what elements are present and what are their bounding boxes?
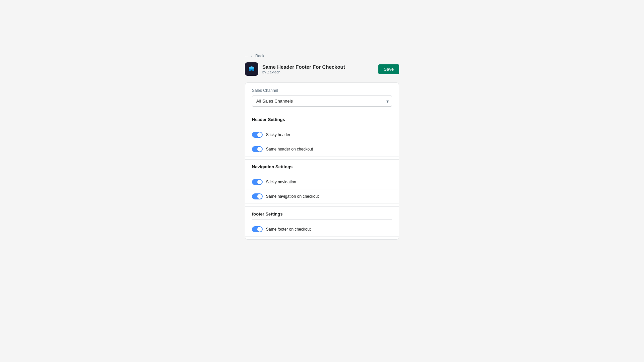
page-wrapper: ← ← Back Same Header Footer For Checkout…: [0, 0, 644, 273]
app-info: Same Header Footer For Checkout by Zaxte…: [262, 64, 345, 74]
same-header-checkout-toggle[interactable]: [252, 146, 263, 152]
back-arrow-icon: ←: [245, 54, 249, 58]
app-subtitle: by Zaxtech: [262, 70, 345, 74]
sales-channel-section: Sales Channel All Sales Channels Online …: [245, 83, 399, 112]
same-footer-checkout-row: Same footer on checkout: [245, 222, 399, 237]
app-icon-inner: [248, 65, 256, 73]
same-navigation-checkout-toggle[interactable]: [252, 193, 263, 199]
content-area: Sales Channel All Sales Channels Online …: [245, 82, 399, 240]
sticky-header-thumb: [257, 132, 262, 137]
back-link[interactable]: ← ← Back: [245, 54, 264, 58]
same-footer-checkout-thumb: [257, 227, 262, 232]
sticky-header-row: Sticky header: [245, 128, 399, 142]
sticky-header-label: Sticky header: [266, 132, 290, 137]
same-navigation-checkout-row: Same navigation on checkout: [245, 189, 399, 204]
same-header-checkout-row: Same header on checkout: [245, 142, 399, 157]
footer-settings-header: footer Settings: [245, 207, 399, 219]
sales-channel-label: Sales Channel: [252, 88, 392, 93]
same-header-checkout-thumb: [257, 147, 262, 152]
sales-channel-select[interactable]: All Sales Channels Online Store: [252, 96, 392, 107]
sticky-navigation-track: [252, 179, 263, 185]
app-header-left: Same Header Footer For Checkout by Zaxte…: [245, 62, 345, 76]
sticky-header-toggle[interactable]: [252, 132, 263, 138]
save-button[interactable]: Save: [378, 64, 399, 74]
sales-channel-select-wrapper: All Sales Channels Online Store ▾: [252, 96, 392, 107]
sticky-header-track: [252, 132, 263, 138]
footer-settings-section: footer Settings Same footer on checkout: [245, 207, 399, 239]
same-navigation-checkout-thumb: [257, 194, 262, 199]
app-title: Same Header Footer For Checkout: [262, 64, 345, 70]
header-settings-section: Header Settings Sticky header: [245, 112, 399, 160]
header-settings-title: Header Settings: [252, 117, 392, 122]
sticky-navigation-label: Sticky navigation: [266, 180, 296, 184]
sticky-navigation-toggle[interactable]: [252, 179, 263, 185]
app-icon: [245, 62, 258, 76]
app-header: Same Header Footer For Checkout by Zaxte…: [245, 62, 399, 76]
back-label: ← Back: [250, 54, 264, 58]
same-navigation-checkout-label: Same navigation on checkout: [266, 194, 319, 199]
same-navigation-checkout-track: [252, 193, 263, 199]
navigation-settings-title: Navigation Settings: [252, 164, 392, 169]
navigation-settings-header: Navigation Settings: [245, 160, 399, 172]
same-header-checkout-label: Same header on checkout: [266, 147, 313, 152]
header-settings-header: Header Settings: [245, 112, 399, 125]
sticky-navigation-thumb: [257, 180, 262, 184]
same-footer-checkout-track: [252, 226, 263, 232]
same-footer-checkout-toggle[interactable]: [252, 226, 263, 232]
sticky-navigation-row: Sticky navigation: [245, 175, 399, 189]
same-header-checkout-track: [252, 146, 263, 152]
footer-settings-title: footer Settings: [252, 212, 392, 217]
navigation-settings-section: Navigation Settings Sticky navigation: [245, 160, 399, 207]
same-footer-checkout-label: Same footer on checkout: [266, 227, 311, 232]
